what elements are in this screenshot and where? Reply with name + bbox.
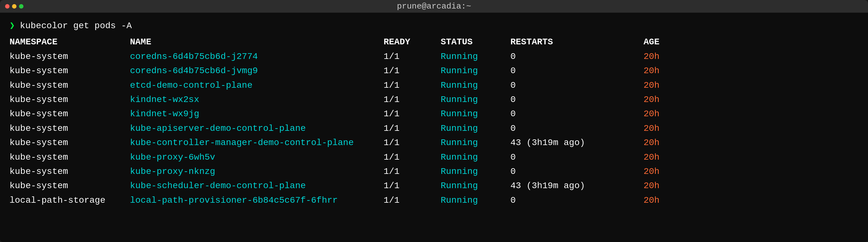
cell-status: Running — [441, 179, 510, 193]
cell-ready: 1/1 — [383, 93, 441, 106]
header-age: AGE — [644, 35, 707, 49]
cell-age: 20h — [644, 50, 707, 63]
traffic-lights — [5, 4, 24, 8]
cell-age: 20h — [644, 107, 707, 121]
cell-name: kindnet-wx2sx — [130, 93, 383, 106]
cell-age: 20h — [644, 64, 707, 78]
table-row: kube-systemkube-apiserver-demo-control-p… — [9, 122, 859, 135]
cell-status: Running — [441, 50, 510, 63]
cell-status: Running — [441, 78, 510, 92]
cell-ready: 1/1 — [383, 122, 441, 135]
cell-restarts: 43 (3h19m ago) — [510, 179, 644, 193]
cell-age: 20h — [644, 179, 707, 193]
cell-namespace: kube-system — [9, 50, 130, 63]
cell-ready: 1/1 — [383, 194, 441, 207]
cell-status: Running — [441, 64, 510, 78]
cell-restarts: 0 — [510, 50, 644, 63]
cell-name: kube-controller-manager-demo-control-pla… — [130, 136, 383, 149]
terminal-window: prune@arcadia:~ ❯ kubecolor get pods -A … — [0, 0, 868, 242]
window-title: prune@arcadia:~ — [397, 2, 471, 11]
cell-name: kube-apiserver-demo-control-plane — [130, 122, 383, 135]
cell-ready: 1/1 — [383, 64, 441, 78]
close-button[interactable] — [5, 4, 9, 8]
table-row: kube-systemkindnet-wx9jg1/1Running020h — [9, 107, 859, 121]
cell-status: Running — [441, 107, 510, 121]
cell-namespace: kube-system — [9, 64, 130, 78]
cell-namespace: kube-system — [9, 107, 130, 121]
table-row: kube-systemkube-scheduler-demo-control-p… — [9, 179, 859, 193]
command-text: kubecolor get pods -A — [20, 19, 132, 33]
prompt-arrow: ❯ — [9, 19, 15, 33]
cell-namespace: kube-system — [9, 165, 130, 178]
cell-restarts: 43 (3h19m ago) — [510, 136, 644, 149]
cell-status: Running — [441, 194, 510, 207]
cell-status: Running — [441, 165, 510, 178]
cell-namespace: kube-system — [9, 122, 130, 135]
cell-status: Running — [441, 93, 510, 106]
cell-name: kube-scheduler-demo-control-plane — [130, 179, 383, 193]
cell-restarts: 0 — [510, 165, 644, 178]
titlebar: prune@arcadia:~ — [0, 0, 868, 13]
terminal-content: ❯ kubecolor get pods -A NAMESPACE NAME R… — [0, 13, 868, 242]
header-ready: READY — [383, 35, 441, 49]
table-row: kube-systemkindnet-wx2sx1/1Running020h — [9, 93, 859, 106]
cell-restarts: 0 — [510, 64, 644, 78]
cell-namespace: kube-system — [9, 150, 130, 164]
cell-restarts: 0 — [510, 150, 644, 164]
output-table: NAMESPACE NAME READY STATUS RESTARTS AGE… — [9, 35, 859, 207]
cell-restarts: 0 — [510, 194, 644, 207]
table-row: kube-systemkube-proxy-nknzg1/1Running020… — [9, 165, 859, 178]
table-row: kube-systemkube-controller-manager-demo-… — [9, 136, 859, 149]
cell-status: Running — [441, 122, 510, 135]
cell-age: 20h — [644, 194, 707, 207]
cell-name: kube-proxy-nknzg — [130, 165, 383, 178]
cell-age: 20h — [644, 122, 707, 135]
cell-ready: 1/1 — [383, 150, 441, 164]
cell-name: coredns-6d4b75cb6d-j2774 — [130, 50, 383, 63]
maximize-button[interactable] — [19, 4, 24, 8]
header-name: NAME — [130, 35, 383, 49]
header-status: STATUS — [441, 35, 510, 49]
cell-restarts: 0 — [510, 78, 644, 92]
cell-age: 20h — [644, 165, 707, 178]
table-row: local-path-storagelocal-path-provisioner… — [9, 194, 859, 207]
cell-name: local-path-provisioner-6b84c5c67f-6fhrr — [130, 194, 383, 207]
cell-ready: 1/1 — [383, 78, 441, 92]
cell-namespace: local-path-storage — [9, 194, 130, 207]
table-row: kube-systemetcd-demo-control-plane1/1Run… — [9, 78, 859, 92]
cell-age: 20h — [644, 93, 707, 106]
cell-status: Running — [441, 136, 510, 149]
cell-name: kube-proxy-6wh5v — [130, 150, 383, 164]
table-row: kube-systemkube-proxy-6wh5v1/1Running020… — [9, 150, 859, 164]
cell-namespace: kube-system — [9, 93, 130, 106]
command-line: ❯ kubecolor get pods -A — [9, 19, 859, 33]
cell-name: kindnet-wx9jg — [130, 107, 383, 121]
cell-age: 20h — [644, 136, 707, 149]
cell-ready: 1/1 — [383, 179, 441, 193]
cell-ready: 1/1 — [383, 136, 441, 149]
table-row: kube-systemcoredns-6d4b75cb6d-jvmg91/1Ru… — [9, 64, 859, 78]
table-body: kube-systemcoredns-6d4b75cb6d-j27741/1Ru… — [9, 50, 859, 207]
cell-namespace: kube-system — [9, 78, 130, 92]
header-restarts: RESTARTS — [510, 35, 644, 49]
cell-restarts: 0 — [510, 107, 644, 121]
cell-ready: 1/1 — [383, 165, 441, 178]
header-namespace: NAMESPACE — [9, 35, 130, 49]
cell-status: Running — [441, 150, 510, 164]
cell-ready: 1/1 — [383, 107, 441, 121]
cell-name: etcd-demo-control-plane — [130, 78, 383, 92]
cell-restarts: 0 — [510, 93, 644, 106]
cell-age: 20h — [644, 78, 707, 92]
minimize-button[interactable] — [12, 4, 17, 8]
cell-name: coredns-6d4b75cb6d-jvmg9 — [130, 64, 383, 78]
cell-namespace: kube-system — [9, 179, 130, 193]
table-row: kube-systemcoredns-6d4b75cb6d-j27741/1Ru… — [9, 50, 859, 63]
cell-age: 20h — [644, 150, 707, 164]
table-header-row: NAMESPACE NAME READY STATUS RESTARTS AGE — [9, 35, 859, 49]
cell-ready: 1/1 — [383, 50, 441, 63]
cell-restarts: 0 — [510, 122, 644, 135]
cell-namespace: kube-system — [9, 136, 130, 149]
